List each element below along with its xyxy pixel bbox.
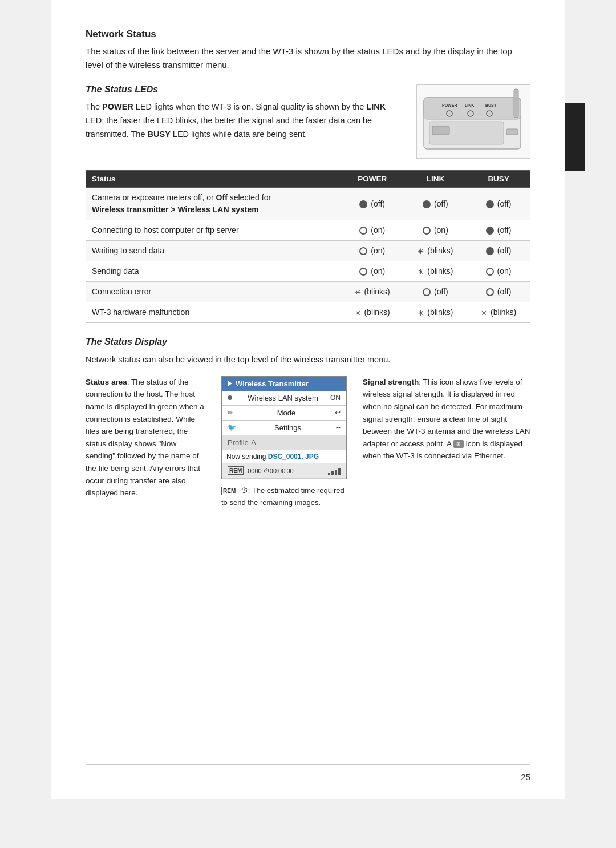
status-leds-section: The Status LEDs The POWER LED lights whe… [86, 84, 530, 159]
power-indicator [359, 247, 367, 255]
status-display-intro: Network status can also be viewed in the… [86, 353, 530, 367]
table-cell-power: ✳ (blinks) [341, 282, 404, 302]
svg-text:POWER: POWER [442, 103, 457, 107]
table-cell-power: ✳ (blinks) [341, 302, 404, 323]
status-display-section: The Status Display Network status can al… [86, 337, 530, 508]
menu-item-profile[interactable]: Profile-A [222, 435, 346, 450]
timer-text: 0000 ⏱00:00'00" [248, 467, 295, 474]
bar4 [338, 468, 341, 475]
menu-item-label: Settings [274, 423, 301, 432]
link-indicator [423, 288, 431, 296]
table-cell-link: (off) [404, 282, 467, 302]
status-leds-content: The Status LEDs The POWER LED lights whe… [86, 84, 403, 142]
busy-indicator [486, 268, 494, 276]
table-cell-power: (on) [341, 220, 404, 241]
profile-label: Profile-A [228, 438, 256, 447]
status-area-label: Status area [86, 378, 127, 386]
busy-indicator [486, 200, 494, 208]
menu-item-sending: Now sending DSC_0001. JPG [222, 450, 346, 463]
table-cell-link: (on) [404, 220, 467, 241]
table-cell-link: ✳ (blinks) [404, 302, 467, 323]
svg-rect-11 [432, 126, 449, 135]
busy-indicator [486, 227, 494, 235]
busy-indicator: ✳ [481, 308, 487, 319]
table-cell-power: (on) [341, 261, 404, 282]
dot-indicator-icon [228, 395, 232, 400]
table-row: Camera or exposure meters off, or Off se… [86, 188, 530, 220]
table-header-status: Status [86, 171, 341, 188]
bar3 [335, 470, 337, 475]
menu-item-settings[interactable]: 🐦 Settings -- [222, 421, 346, 435]
svg-text:BUSY: BUSY [485, 103, 497, 107]
page-number: 25 [521, 772, 530, 782]
status-leds-subtitle: The Status LEDs [86, 84, 403, 95]
sending-text: Now sending DSC_0001. JPG [226, 453, 319, 461]
pencil-icon: ✏ [228, 409, 234, 416]
table-cell-busy: (off) [467, 241, 530, 261]
bar1 [328, 473, 330, 475]
menu-caption: REM ⏱: The estimated time required to se… [221, 485, 347, 509]
table-cell-busy: (off) [467, 188, 530, 220]
power-indicator [359, 200, 367, 208]
menu-title-row: Wireless Transmitter [222, 377, 346, 391]
menu-item-wlan[interactable]: Wireless LAN system ON [222, 391, 346, 406]
status-display-body: Status area: The status of the connectio… [86, 376, 530, 509]
table-header-link: LINK [404, 171, 467, 188]
power-indicator: ✳ [355, 287, 361, 298]
filename: DSC_0001. JPG [268, 453, 319, 461]
status-table: Status POWER LINK BUSY Camera or exposur… [86, 170, 530, 323]
busy-indicator [486, 288, 494, 296]
menu-item-mode[interactable]: ✏ Mode ↩ [222, 406, 346, 421]
link-indicator [423, 200, 431, 208]
menu-item-value: -- [336, 423, 341, 431]
menu-item-value: ↩ [335, 409, 341, 417]
table-row: WT-3 hardware malfunction ✳ (blinks) ✳ (… [86, 302, 530, 323]
signal-strength-bars [328, 466, 341, 475]
status-area-description: : The status of the connection to the ho… [86, 378, 204, 497]
menu-item-value: ON [330, 394, 341, 402]
play-arrow-icon [228, 381, 232, 386]
link-indicator: ✳ [418, 266, 424, 278]
table-cell-busy: ✳ (blinks) [467, 302, 530, 323]
svg-rect-8 [514, 89, 518, 118]
page-tab [565, 103, 585, 171]
table-cell-status: Waiting to send data [86, 241, 341, 261]
table-cell-status: Camera or exposure meters off, or Off se… [86, 188, 341, 220]
rem-badge: REM [221, 487, 237, 495]
menu-mockup: Wireless Transmitter Wireless LAN system… [221, 376, 347, 479]
menu-mockup-container: Wireless Transmitter Wireless LAN system… [221, 376, 347, 509]
rem-icon: REM [228, 466, 244, 475]
table-cell-busy: (on) [467, 261, 530, 282]
signal-strength-label: Signal strength [363, 378, 419, 386]
svg-text:LINK: LINK [465, 103, 474, 107]
table-cell-power: (on) [341, 241, 404, 261]
busy-indicator [486, 247, 494, 255]
table-cell-link: ✳ (blinks) [404, 261, 467, 282]
menu-item-label: Wireless LAN system [248, 394, 318, 402]
signal-bars-icon [328, 466, 341, 475]
power-indicator [359, 268, 367, 276]
table-row: Waiting to send data (on) ✳ (blinks) (of… [86, 241, 530, 261]
table-row: Sending data (on) ✳ (blinks) (on) [86, 261, 530, 282]
link-indicator [423, 227, 431, 235]
table-cell-status: Sending data [86, 261, 341, 282]
power-indicator: ✳ [355, 308, 361, 319]
status-area-text-block: Status area: The status of the connectio… [86, 376, 205, 499]
device-image: POWER LINK BUSY [416, 84, 530, 159]
bar2 [331, 471, 334, 475]
intro-text: The status of the link between the serve… [86, 45, 530, 72]
status-leds-text: The POWER LED lights when the WT-3 is on… [86, 100, 403, 142]
table-cell-busy: (off) [467, 220, 530, 241]
power-indicator [359, 227, 367, 235]
table-cell-status: Connecting to host computer or ftp serve… [86, 220, 341, 241]
table-cell-power: (off) [341, 188, 404, 220]
section-title: Network Status [86, 29, 530, 40]
table-cell-status: WT-3 hardware malfunction [86, 302, 341, 323]
table-header-busy: BUSY [467, 171, 530, 188]
settings-icon: 🐦 [228, 423, 236, 431]
menu-bottom-bar: REM 0000 ⏱00:00'00" [222, 463, 346, 479]
signal-strength-text-block: Signal strength: This icon shows five le… [363, 376, 530, 462]
menu-title: Wireless Transmitter [236, 379, 309, 388]
table-row: Connection error ✳ (blinks) (off) (off) [86, 282, 530, 302]
bottom-divider [86, 764, 530, 765]
